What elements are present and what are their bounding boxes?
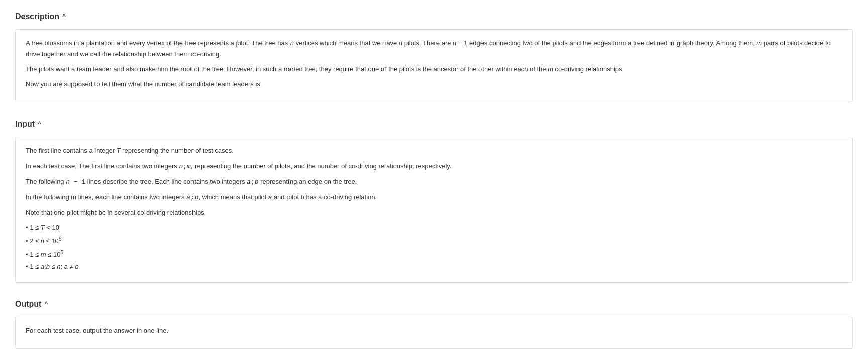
input-header: Input ^ (15, 117, 853, 131)
constraint-3: 1 ≤ m ≤ 105 (26, 248, 842, 260)
output-line-1: For each test case, output the answer in… (26, 325, 842, 336)
output-header: Output ^ (15, 298, 853, 311)
description-section: Description ^ A tree blossoms in a plant… (15, 10, 853, 102)
output-title: Output (15, 298, 41, 311)
input-constraints: 1 ≤ T < 10 2 ≤ n ≤ 105 1 ≤ m ≤ 105 1 ≤ a… (26, 222, 842, 272)
input-content-box: The first line contains a integer T repr… (15, 137, 853, 283)
input-line-3: The following n − 1 lines describe the t… (26, 176, 842, 188)
description-paragraph-3: Now you are supposed to tell them what t… (26, 79, 842, 90)
output-content-box: For each test case, output the answer in… (15, 317, 853, 349)
constraint-4: 1 ≤ a;b ≤ n; a ≠ b (26, 261, 842, 272)
output-chevron[interactable]: ^ (44, 299, 48, 309)
description-header: Description ^ (15, 10, 853, 23)
input-line-1: The first line contains a integer T repr… (26, 145, 842, 157)
input-line-5: Note that one pilot might be in several … (26, 207, 842, 218)
description-paragraph-1: A tree blossoms in a plantation and ever… (26, 38, 842, 60)
input-line-2: In each test case, The first line contai… (26, 161, 842, 172)
description-chevron[interactable]: ^ (62, 12, 66, 21)
input-title: Input (15, 117, 35, 131)
description-paragraph-2: The pilots want a team leader and also m… (26, 64, 842, 75)
description-title: Description (15, 10, 59, 23)
constraint-2: 2 ≤ n ≤ 105 (26, 234, 842, 247)
input-chevron[interactable]: ^ (38, 119, 41, 129)
input-section: Input ^ The first line contains a intege… (15, 117, 853, 283)
constraint-1: 1 ≤ T < 10 (26, 222, 842, 233)
description-content-box: A tree blossoms in a plantation and ever… (15, 29, 853, 102)
output-section: Output ^ For each test case, output the … (15, 298, 853, 349)
input-line-4: In the following m lines, each line cont… (26, 192, 842, 203)
